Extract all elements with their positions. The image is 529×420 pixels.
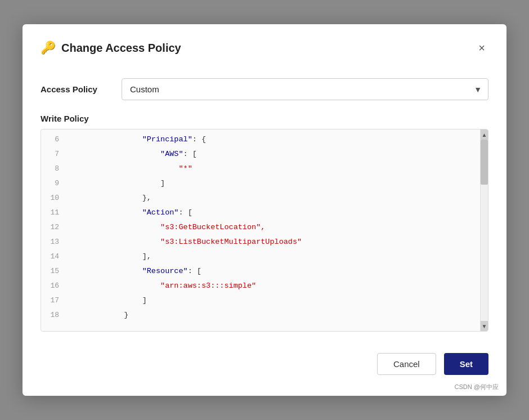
scrollbar-down-button[interactable]: ▼ xyxy=(481,321,488,331)
access-policy-label: Access Policy xyxy=(41,84,108,94)
json-key: "Resource" xyxy=(142,267,188,275)
table-row: 11 "Action": [ xyxy=(41,207,480,222)
table-row: 10 }, xyxy=(41,193,480,207)
json-key: "Principal" xyxy=(142,135,192,144)
json-punct: : [ xyxy=(183,150,197,158)
watermark: CSDN @何中应 xyxy=(455,383,499,391)
scrollbar[interactable]: ▲ ▼ xyxy=(480,129,488,331)
set-button[interactable]: Set xyxy=(444,353,488,375)
line-number: 17 xyxy=(41,295,69,305)
line-number: 9 xyxy=(41,178,69,187)
line-number: 15 xyxy=(41,266,69,275)
line-code: ] xyxy=(69,179,480,187)
json-value: "s3:GetBucketLocation", xyxy=(160,223,265,231)
modal-header: 🔑 Change Access Policy × xyxy=(23,24,506,67)
line-number: 7 xyxy=(41,149,69,158)
json-punct: ], xyxy=(142,252,151,261)
modal-overlay: 🔑 Change Access Policy × Access Policy C… xyxy=(0,0,529,420)
json-value: "*" xyxy=(178,164,192,173)
code-content[interactable]: 6 "Principal": {7 "AWS": [8 "*"9 ]10 },1… xyxy=(41,129,480,331)
key-icon: 🔑 xyxy=(41,41,56,55)
title-group: 🔑 Change Access Policy xyxy=(41,41,181,55)
modal-footer: Cancel Set xyxy=(23,343,506,391)
json-punct: } xyxy=(124,311,128,319)
table-row: 8 "*" xyxy=(41,163,480,178)
line-code: ] xyxy=(69,296,480,305)
modal-title: Change Access Policy xyxy=(61,42,181,55)
line-code: "Principal": { xyxy=(69,135,480,144)
line-code: "AWS": [ xyxy=(69,150,480,158)
json-punct: : { xyxy=(192,135,206,144)
json-punct: }, xyxy=(142,194,151,202)
line-code: "*" xyxy=(69,164,480,173)
line-code: "s3:ListBucketMultipartUploads" xyxy=(69,238,480,246)
table-row: 17 ] xyxy=(41,295,480,310)
table-row: 14 ], xyxy=(41,251,480,266)
line-code: "Action": [ xyxy=(69,208,480,217)
table-row: 15 "Resource": [ xyxy=(41,266,480,280)
json-punct: ] xyxy=(142,296,147,305)
line-number: 12 xyxy=(41,222,69,231)
line-number: 8 xyxy=(41,163,69,173)
json-value: "s3:ListBucketMultipartUploads" xyxy=(160,238,302,246)
table-row: 12 "s3:GetBucketLocation", xyxy=(41,222,480,236)
json-punct: : [ xyxy=(188,267,201,275)
line-number: 10 xyxy=(41,193,69,202)
table-row: 16 "arn:aws:s3:::simple" xyxy=(41,280,480,295)
line-number: 13 xyxy=(41,236,69,246)
line-number: 11 xyxy=(41,207,69,217)
line-code: } xyxy=(69,311,480,319)
table-row: 9 ] xyxy=(41,178,480,193)
policy-select[interactable]: Custom Public Private Read Only xyxy=(122,78,488,100)
dialog: 🔑 Change Access Policy × Access Policy C… xyxy=(23,24,506,396)
line-code: }, xyxy=(69,194,480,202)
line-code: ], xyxy=(69,252,480,261)
json-punct: : [ xyxy=(178,208,192,217)
line-code: "arn:aws:s3:::simple" xyxy=(69,282,480,290)
select-wrapper: Custom Public Private Read Only ▼ xyxy=(122,78,488,100)
json-value: "arn:aws:s3:::simple" xyxy=(160,282,256,290)
table-row: 6 "Principal": { xyxy=(41,134,480,149)
scrollbar-up-button[interactable]: ▲ xyxy=(481,129,488,140)
close-button[interactable]: × xyxy=(475,40,488,56)
cancel-button[interactable]: Cancel xyxy=(377,353,436,375)
code-editor[interactable]: 6 "Principal": {7 "AWS": [8 "*"9 ]10 },1… xyxy=(41,129,488,332)
access-policy-row: Access Policy Custom Public Private Read… xyxy=(41,78,488,100)
table-row: 18 } xyxy=(41,310,480,324)
line-number: 18 xyxy=(41,310,69,319)
json-punct: ] xyxy=(160,179,165,187)
line-code: "s3:GetBucketLocation", xyxy=(69,223,480,231)
line-number: 14 xyxy=(41,251,69,261)
modal-body: Access Policy Custom Public Private Read… xyxy=(23,67,506,343)
write-policy-section: Write Policy 6 "Principal": {7 "AWS": [8… xyxy=(41,114,488,332)
table-row: 7 "AWS": [ xyxy=(41,149,480,163)
json-key: "AWS" xyxy=(160,150,183,158)
scrollbar-thumb[interactable] xyxy=(481,140,488,185)
line-code: "Resource": [ xyxy=(69,267,480,275)
table-row: 13 "s3:ListBucketMultipartUploads" xyxy=(41,236,480,251)
write-policy-title: Write Policy xyxy=(41,114,488,123)
line-number: 16 xyxy=(41,280,69,290)
line-number: 6 xyxy=(41,134,69,144)
json-key: "Action" xyxy=(142,208,179,217)
